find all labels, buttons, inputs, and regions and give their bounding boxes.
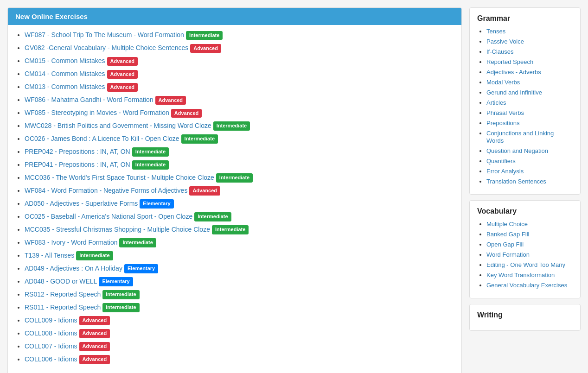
- sidebar-link[interactable]: Conjunctions and Linking Words: [486, 130, 554, 144]
- sidebar-link[interactable]: Adjectives - Adverbs: [486, 69, 541, 76]
- level-badge: Intermediate: [181, 134, 218, 143]
- grammar-list: TensesPassive VoiceIf-ClausesReported Sp…: [477, 27, 573, 185]
- exercise-link[interactable]: WF086 - Mahatma Gandhi - Word Formation: [25, 96, 153, 103]
- list-item: COLL009 - IdiomsAdvanced: [25, 316, 454, 325]
- exercise-link[interactable]: MWC028 - British Politics and Government…: [25, 122, 211, 129]
- sidebar-link[interactable]: Phrasal Verbs: [486, 109, 524, 116]
- list-item: AD048 - GOOD or WELLElementary: [25, 277, 454, 286]
- sidebar-link[interactable]: Passive Voice: [486, 38, 524, 45]
- level-badge: Advanced: [79, 316, 110, 325]
- sidebar-item: Error Analysis: [486, 167, 573, 175]
- exercise-link[interactable]: COLL007 - Idioms: [25, 342, 77, 350]
- sidebar-item: Conjunctions and Linking Words: [486, 129, 573, 144]
- list-item: CM015 - Common MistakesAdvanced: [25, 57, 454, 66]
- sidebar-link[interactable]: Tenses: [486, 28, 505, 35]
- exercise-link[interactable]: OC025 - Baseball - America's National Sp…: [25, 213, 192, 220]
- level-badge: Advanced: [79, 342, 110, 351]
- sidebar-item: Reported Speech: [486, 58, 573, 65]
- exercise-link[interactable]: COLL008 - Idioms: [25, 329, 77, 337]
- sidebar-link[interactable]: Banked Gap Fill: [486, 231, 530, 238]
- sidebar-link[interactable]: Error Analysis: [486, 168, 524, 175]
- sidebar-item: Key Word Transformation: [486, 271, 573, 278]
- sidebar-item: Articles: [486, 99, 573, 106]
- exercise-link[interactable]: CM013 - Common Mistakes: [25, 83, 105, 90]
- sidebar-link[interactable]: Gerund and Infinitive: [486, 89, 542, 96]
- list-item: CM014 - Common MistakesAdvanced: [25, 70, 454, 79]
- exercise-link[interactable]: CM015 - Common Mistakes: [25, 57, 105, 64]
- sidebar-item: Tenses: [486, 27, 573, 35]
- exercises-header: New Online Exercises: [8, 8, 461, 25]
- exercises-title: New Online Exercises: [15, 13, 88, 20]
- exercise-link[interactable]: MCC036 - The World's First Space Tourist…: [25, 174, 214, 181]
- exercise-link[interactable]: AD049 - Adjectives : On A Holiday: [25, 265, 122, 272]
- exercise-link[interactable]: CM014 - Common Mistakes: [25, 70, 105, 77]
- vocabulary-title: Vocabulary: [477, 207, 573, 215]
- sidebar-link[interactable]: Prepositions: [486, 120, 520, 126]
- exercise-link[interactable]: WF084 - Word Formation - Negative Forms …: [25, 187, 187, 194]
- level-badge: Intermediate: [194, 212, 231, 221]
- sidebar-link[interactable]: Articles: [486, 99, 506, 106]
- exercise-link[interactable]: RS012 - Reported Speech: [25, 291, 101, 298]
- level-badge: Intermediate: [213, 121, 250, 130]
- list-item: OC025 - Baseball - America's National Sp…: [25, 212, 454, 221]
- list-item: CM013 - Common MistakesAdvanced: [25, 82, 454, 92]
- exercise-link[interactable]: T139 - All Tenses: [25, 252, 74, 259]
- list-item: PREP042 - Prepositions : IN, AT, ONInter…: [25, 147, 454, 157]
- sidebar-link[interactable]: Translation Sentences: [486, 178, 546, 185]
- sidebar-item: Translation Sentences: [486, 177, 573, 185]
- sidebar-item: Editing - One Word Too Many: [486, 261, 573, 268]
- sidebar-link[interactable]: General Vocabulary Exercises: [486, 282, 567, 289]
- sidebar-item: Passive Voice: [486, 38, 573, 45]
- main-panel: New Online Exercises WF087 - School Trip…: [7, 7, 462, 373]
- exercise-link[interactable]: COLL006 - Idioms: [25, 355, 77, 363]
- level-badge: Intermediate: [216, 173, 253, 182]
- exercise-link[interactable]: COLL009 - Idioms: [25, 316, 77, 324]
- list-item: RS011 - Reported SpeechIntermediate: [25, 303, 454, 312]
- list-item: WF085 - Stereotyping in Movies - Word Fo…: [25, 108, 454, 118]
- sidebar-item: Word Formation: [486, 251, 573, 258]
- sidebar-item: Adjectives - Adverbs: [486, 68, 573, 76]
- exercise-link[interactable]: OC026 - James Bond : A Licence To Kill -…: [25, 135, 179, 142]
- level-badge: Advanced: [79, 355, 110, 364]
- exercise-link[interactable]: AD050 - Adjectives - Superlative Forms: [25, 200, 138, 207]
- exercise-link[interactable]: AD048 - GOOD or WELL: [25, 278, 97, 285]
- grammar-section: Grammar TensesPassive VoiceIf-ClausesRep…: [469, 7, 581, 195]
- exercise-link[interactable]: WF083 - Ivory - Word Formation: [25, 239, 117, 246]
- sidebar-link[interactable]: Quantifiers: [486, 158, 516, 164]
- sidebar-item: Modal Verbs: [486, 78, 573, 86]
- exercise-link[interactable]: MCC035 - Stressful Christmas Shopping - …: [25, 226, 210, 233]
- level-badge: Intermediate: [186, 31, 223, 40]
- sidebar-link[interactable]: Word Formation: [486, 251, 530, 258]
- sidebar-item: Open Gap Fill: [486, 240, 573, 248]
- level-badge: Elementary: [124, 264, 158, 273]
- list-item: MCC036 - The World's First Space Tourist…: [25, 173, 454, 183]
- exercises-list: WF087 - School Trip To The Museum - Word…: [8, 25, 461, 373]
- writing-section: Writing: [469, 304, 581, 331]
- sidebar-link[interactable]: Reported Speech: [486, 58, 533, 65]
- sidebar-link[interactable]: Question and Negation: [486, 147, 548, 154]
- exercise-link[interactable]: GV082 -General Vocabulary - Multiple Cho…: [25, 44, 188, 51]
- level-badge: Intermediate: [132, 147, 169, 156]
- sidebar-link[interactable]: Modal Verbs: [486, 79, 520, 86]
- list-item: WF084 - Word Formation - Negative Forms …: [25, 186, 454, 196]
- sidebar-link[interactable]: Key Word Transformation: [486, 272, 555, 278]
- vocabulary-list: Multiple ChoiceBanked Gap FillOpen Gap F…: [477, 220, 573, 289]
- level-badge: Intermediate: [76, 251, 113, 260]
- sidebar-link[interactable]: Editing - One Word Too Many: [486, 261, 565, 268]
- sidebar-link[interactable]: If-Clauses: [486, 48, 514, 55]
- list-item: COLL007 - IdiomsAdvanced: [25, 342, 454, 351]
- sidebar-item: Banked Gap Fill: [486, 230, 573, 238]
- sidebar-item: Quantifiers: [486, 157, 573, 164]
- list-item: MWC028 - British Politics and Government…: [25, 121, 454, 131]
- exercise-link[interactable]: PREP041 - Prepositions : IN, AT, ON: [25, 161, 130, 168]
- exercise-link[interactable]: WF087 - School Trip To The Museum - Word…: [25, 31, 184, 38]
- level-badge: Intermediate: [132, 160, 169, 169]
- exercise-link[interactable]: RS011 - Reported Speech: [25, 303, 101, 311]
- sidebar-item: Question and Negation: [486, 147, 573, 154]
- exercise-link[interactable]: PREP042 - Prepositions : IN, AT, ON: [25, 148, 130, 155]
- level-badge: Advanced: [171, 109, 202, 118]
- sidebar-link[interactable]: Multiple Choice: [486, 221, 528, 228]
- exercise-link[interactable]: WF085 - Stereotyping in Movies - Word Fo…: [25, 109, 169, 116]
- sidebar-link[interactable]: Open Gap Fill: [486, 241, 524, 248]
- level-badge: Intermediate: [212, 225, 249, 234]
